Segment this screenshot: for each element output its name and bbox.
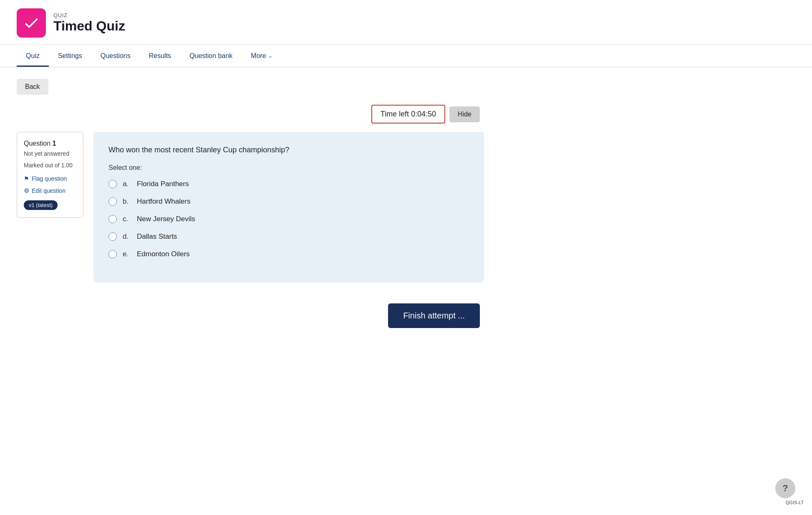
option-text-e: Edmonton Oilers	[137, 250, 190, 258]
question-number-label: Question 1	[24, 140, 76, 147]
question-status: Not yet answered	[24, 150, 76, 158]
tab-quiz[interactable]: Quiz	[17, 45, 49, 67]
select-instruction: Select one:	[108, 164, 469, 172]
question-text: Who won the most recent Stanley Cup cham…	[108, 144, 469, 156]
main-content: Back Time left 0:04:50 Hide Question 1 N…	[0, 67, 501, 345]
flag-question-link[interactable]: ⚑ Flag question	[24, 175, 76, 182]
flag-icon: ⚑	[24, 175, 29, 182]
answer-option-d: d. Dallas Starts	[108, 232, 469, 241]
option-letter-c: c.	[123, 215, 131, 223]
radio-option-e[interactable]	[108, 250, 117, 258]
tab-questions[interactable]: Questions	[91, 45, 140, 67]
edit-label: Edit question	[32, 187, 66, 194]
finish-attempt-button[interactable]: Finish attempt ...	[388, 303, 480, 328]
hide-timer-button[interactable]: Hide	[449, 106, 480, 122]
header-text-block: QUIZ Timed Quiz	[53, 12, 125, 34]
answer-option-e: e. Edmonton Oilers	[108, 250, 469, 258]
nav-tabs: Quiz Settings Questions Results Question…	[0, 45, 812, 67]
tab-more[interactable]: More ⌄	[242, 45, 281, 67]
option-letter-b: b.	[123, 197, 131, 206]
answer-option-c: c. New Jersey Devils	[108, 215, 469, 223]
header-label: QUIZ	[53, 12, 125, 18]
bottom-row: Finish attempt ...	[17, 303, 484, 328]
radio-option-b[interactable]	[108, 197, 117, 206]
answer-option-b: b. Hartford Whalers	[108, 197, 469, 206]
tab-question-bank[interactable]: Question bank	[180, 45, 242, 67]
chevron-down-icon: ⌄	[268, 53, 272, 59]
question-sidebar: Question 1 Not yet answered Marked out o…	[17, 132, 83, 218]
gear-icon: ⚙	[24, 187, 29, 194]
option-letter-e: e.	[123, 250, 131, 258]
radio-option-c[interactable]	[108, 215, 117, 223]
quiz-app-icon	[17, 8, 46, 38]
page-title: Timed Quiz	[53, 18, 125, 34]
tab-settings[interactable]: Settings	[49, 45, 91, 67]
option-letter-a: a.	[123, 180, 131, 188]
timer-display: Time left 0:04:50	[371, 105, 445, 124]
question-title-prefix: Question	[24, 140, 52, 147]
quiz-body: Question 1 Not yet answered Marked out o…	[17, 132, 484, 283]
more-label: More	[251, 52, 266, 60]
option-text-d: Dallas Starts	[137, 232, 177, 241]
option-text-b: Hartford Whalers	[137, 197, 190, 206]
question-main-area: Who won the most recent Stanley Cup cham…	[93, 132, 484, 283]
timer-row: Time left 0:04:50 Hide	[17, 105, 484, 124]
edit-question-link[interactable]: ⚙ Edit question	[24, 187, 76, 194]
flag-label: Flag question	[32, 175, 67, 182]
tab-results[interactable]: Results	[140, 45, 180, 67]
radio-option-a[interactable]	[108, 180, 117, 188]
page-header: QUIZ Timed Quiz	[0, 0, 812, 45]
checkmark-icon	[23, 14, 40, 32]
option-letter-d: d.	[123, 232, 131, 241]
back-button[interactable]: Back	[17, 79, 48, 95]
question-number: 1	[52, 140, 56, 147]
answer-option-a: a. Florida Panthers	[108, 180, 469, 188]
radio-option-d[interactable]	[108, 232, 117, 241]
question-marked: Marked out of 1.00	[24, 162, 76, 170]
option-text-a: Florida Panthers	[137, 180, 189, 188]
version-badge: v1 (latest)	[24, 200, 58, 210]
option-text-c: New Jersey Devils	[137, 215, 195, 223]
